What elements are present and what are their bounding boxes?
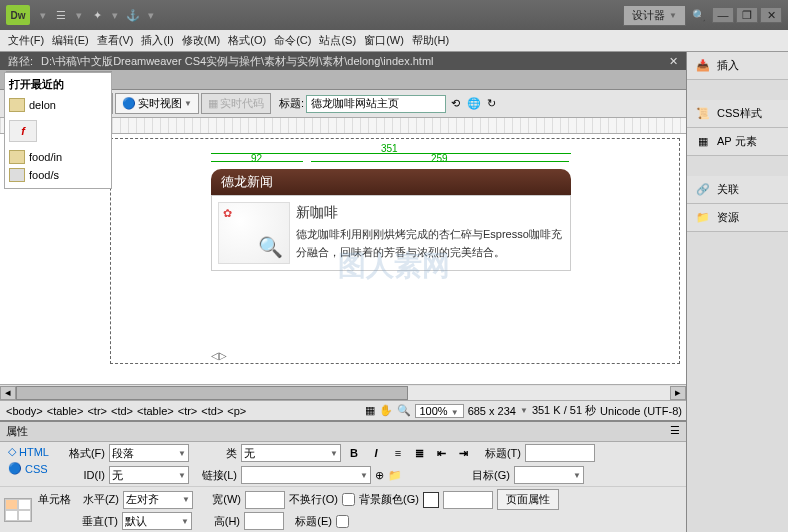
anchor-markers: ◁▷ [211, 350, 227, 361]
nowrap-label: 不换行(O) [289, 492, 338, 507]
css-mode-button[interactable]: 🔵 CSS [4, 461, 53, 476]
news-text[interactable]: 新咖啡 德龙咖啡利用刚刚烘烤完成的杏仁碎与Espresso咖啡充分融合，回味着的… [296, 202, 564, 264]
properties-panel: 属性 ☰ ◇ HTML 🔵 CSS 格式(F) 段落▼ 类 无▼ B [0, 420, 686, 532]
heading-input[interactable] [525, 444, 595, 462]
html-mode-button[interactable]: ◇ HTML [4, 444, 53, 459]
class-select[interactable]: 无▼ [241, 444, 341, 462]
panel-assets[interactable]: 📁资源 [687, 204, 788, 232]
select-tool-icon[interactable]: ▦ [365, 404, 375, 417]
zoom-tool-icon[interactable]: 🔍 [397, 404, 411, 417]
file-icon [9, 168, 25, 182]
path-close-icon[interactable]: ✕ [669, 55, 678, 68]
outdent-button[interactable]: ⇤ [433, 445, 451, 461]
path-bar: 路径: D:\书稿\中文版Dreamweaver CS4实例与操作\素材与实例\… [0, 52, 686, 70]
scroll-thumb[interactable] [16, 386, 408, 400]
menu-insert[interactable]: 插入(I) [137, 31, 177, 50]
panel-insert[interactable]: 📥插入 [687, 52, 788, 80]
scroll-track[interactable] [16, 386, 670, 400]
zoom-select[interactable]: 100% ▼ [415, 404, 464, 418]
point-to-file-icon[interactable]: ⊕ [375, 469, 384, 482]
nowrap-checkbox[interactable] [342, 493, 355, 506]
panel-menu-icon[interactable]: ☰ [670, 424, 680, 439]
ul-button[interactable]: ≡ [389, 445, 407, 461]
insert-icon: 📥 [695, 59, 711, 73]
close-button[interactable]: ✕ [760, 7, 782, 23]
tag-td[interactable]: <td> [109, 404, 135, 418]
window-size[interactable]: 685 x 234 [468, 405, 516, 417]
menu-file[interactable]: 文件(F) [4, 31, 48, 50]
file-mgmt-icon[interactable]: ⟲ [448, 96, 464, 112]
news-block[interactable]: 德龙新闻 新咖啡 德龙咖啡利用刚刚烘烤完成的杏仁碎与Espresso咖啡充分融合… [211, 169, 571, 271]
id-select[interactable]: 无▼ [109, 466, 189, 484]
height-input[interactable] [244, 512, 284, 530]
header-checkbox[interactable] [336, 515, 349, 528]
link-select[interactable]: ▼ [241, 466, 371, 484]
format-select[interactable]: 段落▼ [109, 444, 189, 462]
recent-item[interactable]: food/in [9, 148, 107, 166]
tag-table[interactable]: <table> [45, 404, 86, 418]
tag-table2[interactable]: <table> [135, 404, 176, 418]
separator: ▾ [76, 9, 82, 22]
document-title-input[interactable] [306, 95, 446, 113]
scroll-right-icon[interactable]: ▸ [670, 386, 686, 400]
panel-css[interactable]: 📜CSS样式 [687, 100, 788, 128]
menu-edit[interactable]: 编辑(E) [48, 31, 93, 50]
live-code-button[interactable]: ▦实时代码 [201, 93, 271, 114]
italic-button[interactable]: I [367, 445, 385, 461]
recent-item[interactable]: delon [9, 96, 107, 114]
menu-view[interactable]: 查看(V) [93, 31, 138, 50]
target-select[interactable]: ▼ [514, 466, 584, 484]
scroll-left-icon[interactable]: ◂ [0, 386, 16, 400]
bold-button[interactable]: B [345, 445, 363, 461]
id-label: ID(I) [61, 469, 105, 481]
preview-icon[interactable]: 🌐 [466, 96, 482, 112]
ap-icon: ▦ [695, 135, 711, 149]
bg-color-picker[interactable] [423, 492, 439, 508]
path-value: D:\书稿\中文版Dreamweaver CS4实例与操作\素材与实例\素材\d… [41, 54, 433, 69]
site-icon[interactable]: ⚓ [124, 7, 142, 23]
canvas[interactable]: 351 92 259 德龙新闻 新咖啡 德龙咖啡利用刚刚烘烤完成的杏仁碎与Esp… [110, 138, 680, 364]
restore-button[interactable]: ❐ [736, 7, 758, 23]
properties-title[interactable]: 属性 ☰ [0, 422, 686, 442]
path-label: 路径: [8, 54, 33, 69]
search-icon[interactable]: 🔍 [692, 9, 706, 22]
target-label: 目标(G) [466, 468, 510, 483]
tag-tr[interactable]: <tr> [85, 404, 109, 418]
layout-icon[interactable]: ☰ [52, 7, 70, 23]
panel-ap[interactable]: ▦AP 元素 [687, 128, 788, 156]
menu-site[interactable]: 站点(S) [315, 31, 360, 50]
titlebar: Dw ▾ ☰ ▾ ✦ ▾ ⚓ ▾ 设计器 ▼ 🔍 — ❐ ✕ [0, 0, 788, 30]
tag-p[interactable]: <p> [225, 404, 248, 418]
header-label: 标题(E) [288, 514, 332, 529]
minimize-button[interactable]: — [712, 7, 734, 23]
tag-tr2[interactable]: <tr> [176, 404, 200, 418]
menu-help[interactable]: 帮助(H) [408, 31, 453, 50]
menu-format[interactable]: 格式(O) [224, 31, 270, 50]
hand-tool-icon[interactable]: ✋ [379, 404, 393, 417]
refresh-icon[interactable]: ↻ [484, 96, 500, 112]
horizontal-scrollbar[interactable]: ◂ ▸ [0, 384, 686, 400]
separator: ▾ [40, 9, 46, 22]
bg-color-input[interactable] [443, 491, 493, 509]
menu-window[interactable]: 窗口(W) [360, 31, 408, 50]
extension-icon[interactable]: ✦ [88, 7, 106, 23]
tag-body[interactable]: <body> [4, 404, 45, 418]
page-properties-button[interactable]: 页面属性 [497, 489, 559, 510]
recent-item[interactable]: food/s [9, 166, 107, 184]
live-view-button[interactable]: 🔵实时视图▼ [115, 93, 199, 114]
width-input[interactable] [245, 491, 285, 509]
panel-related[interactable]: 🔗关联 [687, 176, 788, 204]
news-image[interactable] [218, 202, 290, 264]
height-label: 高(H) [196, 514, 240, 529]
workspace-selector[interactable]: 设计器 ▼ [623, 5, 686, 26]
menu-command[interactable]: 命令(C) [270, 31, 315, 50]
news-body-text: 德龙咖啡利用刚刚烘烤完成的杏仁碎与Espresso咖啡充分融合，回味着的芳香与浓… [296, 228, 562, 258]
ol-button[interactable]: ≣ [411, 445, 429, 461]
menu-modify[interactable]: 修改(M) [178, 31, 225, 50]
browse-icon[interactable]: 📁 [388, 469, 402, 482]
indent-button[interactable]: ⇥ [455, 445, 473, 461]
horiz-select[interactable]: 左对齐▼ [123, 491, 193, 509]
cell-icon[interactable] [4, 498, 32, 522]
tag-td2[interactable]: <td> [199, 404, 225, 418]
vert-select[interactable]: 默认▼ [122, 512, 192, 530]
